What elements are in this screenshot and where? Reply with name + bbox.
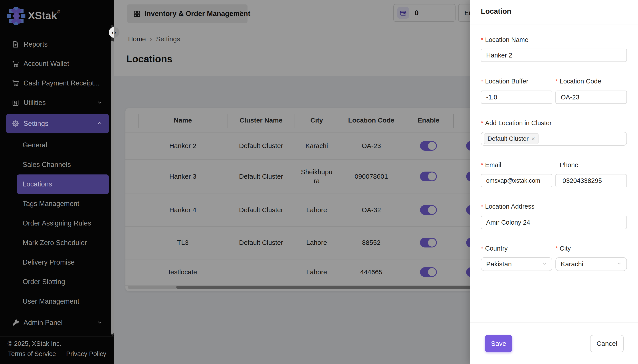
sidebar-item-tags-management[interactable]: Tags Management — [0, 194, 109, 214]
email-label: *Email — [481, 161, 501, 169]
required-asterisk: * — [481, 36, 483, 43]
email-input[interactable] — [481, 174, 552, 187]
sidebar-item-general[interactable]: General — [0, 136, 109, 155]
chevron-down-icon — [97, 320, 102, 326]
sidebar-item-delivery-promise[interactable]: Delivery Promise — [0, 252, 109, 272]
country-label: *Country — [481, 245, 508, 252]
address-input[interactable] — [481, 216, 627, 229]
required-asterisk: * — [481, 120, 483, 126]
country-select[interactable]: Pakistan — [481, 257, 552, 271]
city-select[interactable]: Karachi — [556, 257, 627, 271]
document-icon — [12, 40, 20, 48]
privacy-link[interactable]: Privacy Policy — [66, 350, 106, 358]
required-asterisk: * — [556, 78, 558, 85]
save-button[interactable]: Save — [485, 335, 512, 352]
logo-text: XStak® — [28, 9, 60, 22]
address-label: *Location Address — [481, 203, 534, 210]
required-asterisk: * — [481, 161, 483, 168]
sidebar-item-sales-channels[interactable]: Sales Channels — [0, 155, 109, 174]
location-code-input[interactable] — [556, 90, 627, 104]
location-code-label: *Location Code — [556, 78, 601, 85]
sidebar-item-locations[interactable]: Locations — [0, 174, 109, 194]
location-buffer-label: *Location Buffer — [481, 78, 528, 85]
location-drawer: Location *Location Name *Location Buffer… — [470, 0, 638, 364]
cancel-button[interactable]: Cancel — [590, 335, 624, 352]
gear-icon — [12, 120, 20, 128]
chip-remove-icon[interactable]: × — [531, 135, 535, 142]
chevron-up-icon — [97, 120, 102, 127]
phone-label: *Phone — [556, 161, 578, 169]
sidebar-item-utilities[interactable]: Utilities — [0, 93, 109, 112]
sidebar-item-settings[interactable]: Settings — [0, 114, 109, 134]
required-asterisk: * — [556, 245, 558, 252]
sidebar-item-cash-payment-receipt[interactable]: Cash Payment Receipt... — [0, 74, 109, 93]
sidebar-scrollbar-thumb[interactable] — [111, 40, 114, 334]
chevron-down-icon — [97, 100, 102, 106]
sidebar-item-order-slotting[interactable]: Order Slotting — [0, 272, 109, 292]
sidebar-item-mark-zero-scheduler[interactable]: Mark Zero Scheduler — [0, 233, 109, 252]
sidebar-footer: © 2025, XStak Inc. Terms of Service Priv… — [0, 336, 114, 364]
cluster-chip: Default Cluster × — [484, 133, 538, 144]
sidebar-item-admin-panel[interactable]: Admin Panel — [0, 313, 109, 332]
required-asterisk: * — [481, 203, 483, 210]
city-label: *City — [556, 245, 571, 252]
sidebar-item-account-wallet[interactable]: Account Wallet — [0, 54, 109, 74]
cluster-label: *Add Location in Cluster — [481, 120, 552, 127]
wrench-icon — [12, 319, 20, 327]
sidebar-item-order-assigning-rules[interactable]: Order Assigning Rules — [0, 214, 109, 233]
chevron-down-icon — [542, 260, 548, 268]
phone-input[interactable] — [556, 174, 627, 187]
xstak-logo-icon — [6, 6, 26, 26]
cart-icon — [12, 60, 20, 68]
location-name-input[interactable] — [481, 48, 627, 62]
terms-link[interactable]: Terms of Service — [8, 350, 56, 358]
drawer-title: Location — [481, 7, 512, 16]
cluster-tag-input[interactable]: Default Cluster × — [481, 132, 627, 146]
cart-icon — [12, 79, 20, 87]
chevron-down-icon — [616, 260, 622, 268]
location-name-label: *Location Name — [481, 36, 528, 44]
sidebar-item-reports[interactable]: Reports — [0, 34, 109, 54]
sidebar: XStak® Reports Account Wallet Cash Payme… — [0, 0, 114, 364]
location-buffer-input[interactable] — [481, 90, 552, 104]
sidebar-item-user-management[interactable]: User Management — [0, 292, 109, 311]
app-screen: XStak® Reports Account Wallet Cash Payme… — [0, 0, 638, 364]
copyright-text: © 2025, XStak Inc. — [8, 340, 61, 347]
required-asterisk: * — [481, 245, 483, 252]
registered-mark: ® — [57, 9, 60, 14]
sliders-icon — [12, 99, 20, 107]
required-asterisk: * — [481, 78, 483, 85]
